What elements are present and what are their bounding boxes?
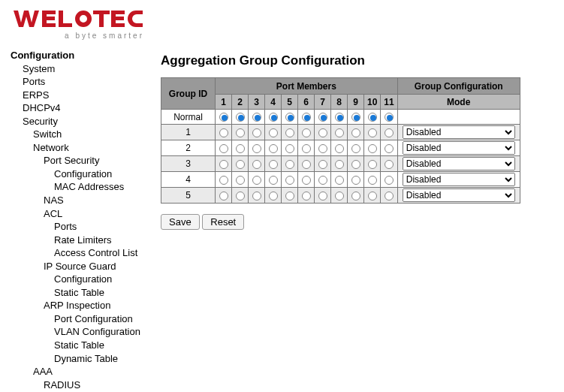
nav-item[interactable]: Network xyxy=(33,142,69,153)
port-radio[interactable] xyxy=(318,191,327,201)
nav-item[interactable]: Access Control List xyxy=(54,247,137,258)
nav-item[interactable]: RADIUS xyxy=(44,379,80,390)
port-radio[interactable] xyxy=(302,144,311,153)
port-radio[interactable] xyxy=(269,144,278,153)
nav-item[interactable]: Static Table xyxy=(54,287,104,298)
nav-item[interactable]: Port Configuration xyxy=(54,313,133,324)
port-radio[interactable] xyxy=(285,113,294,122)
port-radio[interactable] xyxy=(302,160,311,169)
port-radio[interactable] xyxy=(269,191,278,201)
mode-select[interactable]: Disabled xyxy=(403,188,515,202)
port-radio[interactable] xyxy=(318,128,327,137)
nav-item[interactable]: Configuration xyxy=(54,273,112,285)
port-radio[interactable] xyxy=(385,113,394,122)
nav-item[interactable]: Switch xyxy=(33,128,62,140)
port-radio[interactable] xyxy=(351,144,360,153)
port-radio[interactable] xyxy=(285,191,294,201)
port-radio[interactable] xyxy=(236,160,245,169)
port-radio[interactable] xyxy=(285,160,294,169)
port-radio[interactable] xyxy=(219,128,228,137)
port-radio[interactable] xyxy=(269,128,278,137)
port-radio[interactable] xyxy=(302,176,311,185)
port-radio[interactable] xyxy=(335,128,344,137)
mode-select[interactable]: Disabled xyxy=(403,157,515,170)
port-radio[interactable] xyxy=(236,191,245,201)
nav-root[interactable]: Configuration xyxy=(11,49,155,62)
port-radio[interactable] xyxy=(318,113,327,122)
mode-select[interactable]: Disabled xyxy=(403,125,515,139)
port-radio[interactable] xyxy=(285,144,294,153)
nav-item[interactable]: Static Table xyxy=(54,339,104,351)
port-radio[interactable] xyxy=(318,160,327,169)
save-button[interactable]: Save xyxy=(161,214,200,230)
nav-item[interactable]: ACL xyxy=(44,208,62,219)
port-radio[interactable] xyxy=(351,160,360,169)
port-radio[interactable] xyxy=(252,113,261,122)
nav-item[interactable]: AAA xyxy=(33,366,53,377)
port-radio[interactable] xyxy=(368,128,377,137)
port-radio[interactable] xyxy=(219,191,228,201)
port-radio[interactable] xyxy=(385,144,394,153)
nav-item[interactable]: Dynamic Table xyxy=(54,353,118,364)
nav-item[interactable]: MAC Addresses xyxy=(54,181,124,192)
nav-item[interactable]: Rate Limiters xyxy=(54,234,112,246)
port-radio[interactable] xyxy=(285,128,294,137)
port-radio[interactable] xyxy=(368,191,377,201)
port-radio[interactable] xyxy=(385,176,394,185)
nav-item[interactable]: System xyxy=(23,63,55,74)
port-radio[interactable] xyxy=(252,176,261,185)
port-radio[interactable] xyxy=(368,160,377,169)
port-radio[interactable] xyxy=(385,160,394,169)
port-radio[interactable] xyxy=(252,144,261,153)
port-radio[interactable] xyxy=(302,191,311,201)
port-radio[interactable] xyxy=(236,144,245,153)
port-radio[interactable] xyxy=(285,176,294,185)
nav-item[interactable]: VLAN Configuration xyxy=(54,326,140,337)
nav-item[interactable]: Configuration xyxy=(54,168,112,179)
port-radio[interactable] xyxy=(219,144,228,153)
mode-select[interactable]: Disabled xyxy=(403,173,515,186)
nav-item[interactable]: Security xyxy=(23,116,58,127)
mode-select[interactable]: Disabled xyxy=(403,141,515,155)
port-radio[interactable] xyxy=(236,176,245,185)
mode-cell: Disabled xyxy=(397,172,520,188)
port-radio[interactable] xyxy=(236,113,245,122)
port-radio[interactable] xyxy=(335,176,344,185)
nav-item[interactable]: NAS xyxy=(44,194,64,206)
port-radio[interactable] xyxy=(385,191,394,201)
port-radio[interactable] xyxy=(335,113,344,122)
port-radio[interactable] xyxy=(368,113,377,122)
port-radio[interactable] xyxy=(252,160,261,169)
port-radio[interactable] xyxy=(335,144,344,153)
port-radio[interactable] xyxy=(335,191,344,201)
port-radio[interactable] xyxy=(385,128,394,137)
nav-item[interactable]: ARP Inspection xyxy=(44,300,110,311)
port-radio[interactable] xyxy=(302,113,311,122)
port-radio[interactable] xyxy=(252,191,261,201)
port-radio[interactable] xyxy=(335,160,344,169)
port-radio[interactable] xyxy=(368,144,377,153)
port-radio[interactable] xyxy=(302,128,311,137)
nav-item[interactable]: DHCPv4 xyxy=(23,102,61,113)
port-radio[interactable] xyxy=(351,113,360,122)
port-radio[interactable] xyxy=(219,113,228,122)
port-radio[interactable] xyxy=(351,191,360,201)
port-radio[interactable] xyxy=(269,113,278,122)
port-radio[interactable] xyxy=(269,176,278,185)
port-radio[interactable] xyxy=(318,144,327,153)
port-radio[interactable] xyxy=(236,128,245,137)
nav-item[interactable]: Ports xyxy=(23,76,45,87)
port-radio[interactable] xyxy=(269,160,278,169)
nav-item[interactable]: ERPS xyxy=(23,89,49,101)
port-radio[interactable] xyxy=(252,128,261,137)
nav-item[interactable]: Ports xyxy=(54,221,77,232)
port-radio[interactable] xyxy=(351,176,360,185)
port-radio[interactable] xyxy=(368,176,377,185)
port-radio[interactable] xyxy=(219,176,228,185)
port-radio[interactable] xyxy=(351,128,360,137)
nav-item[interactable]: Port Security xyxy=(44,155,99,166)
port-radio[interactable] xyxy=(318,176,327,185)
port-radio[interactable] xyxy=(219,160,228,169)
reset-button[interactable]: Reset xyxy=(202,214,244,230)
nav-item[interactable]: IP Source Guard xyxy=(44,261,116,272)
